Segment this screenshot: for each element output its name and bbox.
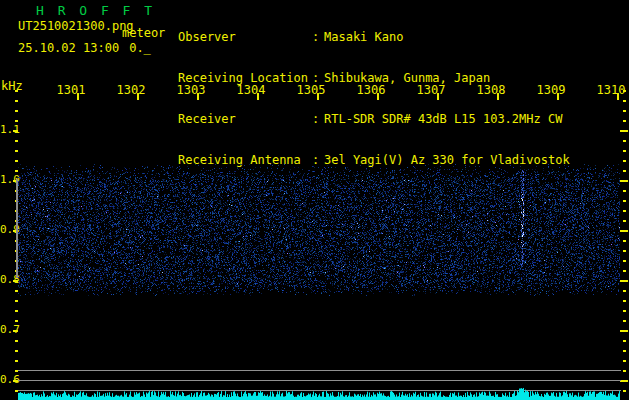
tick-mark: [623, 320, 626, 322]
tick-mark: [623, 340, 626, 342]
tick-mark: [623, 150, 626, 152]
tick-mark: [557, 93, 559, 100]
tick-mark: [623, 310, 626, 312]
info-label: Observer: [178, 31, 312, 44]
tick-mark: [623, 170, 626, 172]
tick-mark: [623, 90, 626, 92]
tick-mark: [623, 370, 626, 372]
frame-datetime: 25.10.02 13:00: [18, 41, 119, 55]
datetime-line: 25.10.02 13:000._: [18, 41, 151, 55]
tick-mark: [623, 100, 626, 102]
tick-mark: [15, 90, 18, 92]
info-value: Masaki Kano: [324, 30, 403, 44]
tick-mark: [620, 180, 628, 182]
tick-mark: [623, 360, 626, 362]
tick-mark: [620, 280, 628, 282]
tick-mark: [623, 240, 626, 242]
tick-mark: [623, 350, 626, 352]
tick-mark: [497, 93, 499, 100]
tick-mark: [623, 140, 626, 142]
hrofft-window: H R O F F T UT2510021300.png meteor 25.1…: [0, 0, 629, 400]
x-tick-label: 1304: [236, 84, 266, 96]
tick-mark: [623, 390, 626, 392]
observation-label: meteor: [122, 26, 165, 40]
tick-mark: [623, 250, 626, 252]
x-tick-label: 1310: [596, 84, 626, 96]
output-filename: UT2510021300.png: [18, 19, 134, 33]
info-value: Shibukawa, Gunma, Japan: [324, 71, 490, 85]
x-tick-label: 1306: [356, 84, 386, 96]
tick-mark: [77, 93, 79, 100]
tick-mark: [623, 200, 626, 202]
status-counter: 0._: [129, 41, 151, 55]
info-separator: :: [312, 31, 324, 44]
x-tick-label: 1301: [56, 84, 86, 96]
tick-mark: [623, 270, 626, 272]
tick-mark: [620, 380, 628, 382]
tick-mark: [620, 230, 628, 232]
tick-mark: [317, 93, 319, 100]
tick-mark: [620, 130, 628, 132]
x-tick-label: 1309: [536, 84, 566, 96]
tick-mark: [137, 93, 139, 100]
tick-mark: [437, 93, 439, 100]
x-tick-label: 1307: [416, 84, 446, 96]
tick-mark: [623, 160, 626, 162]
tick-mark: [620, 330, 628, 332]
spectrogram-canvas: [18, 100, 620, 400]
tick-mark: [377, 93, 379, 100]
tick-mark: [197, 93, 199, 100]
tick-mark: [257, 93, 259, 100]
tick-mark: [623, 210, 626, 212]
x-tick-label: 1305: [296, 84, 326, 96]
tick-mark: [623, 220, 626, 222]
tick-mark: [623, 110, 626, 112]
tick-mark: [623, 190, 626, 192]
tick-mark: [623, 260, 626, 262]
tick-mark: [623, 290, 626, 292]
station-info-row: Observer:Masaki Kano: [178, 31, 570, 44]
x-tick-label: 1302: [116, 84, 146, 96]
y-axis-unit: kHz: [1, 79, 23, 93]
x-tick-label: 1308: [476, 84, 506, 96]
tick-mark: [623, 300, 626, 302]
tick-mark: [623, 120, 626, 122]
tick-mark: [617, 93, 619, 100]
app-title: H R O F F T: [36, 3, 155, 18]
x-tick-label: 1303: [176, 84, 206, 96]
